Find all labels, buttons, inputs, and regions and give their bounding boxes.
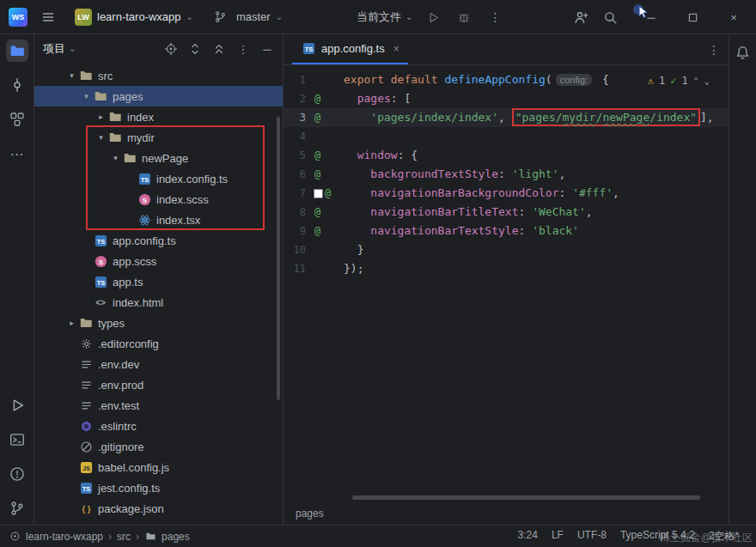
code-with-me-icon[interactable] (570, 7, 591, 27)
tree-item-newPage[interactable]: ▾newPage (34, 148, 283, 168)
expand-all-icon[interactable] (188, 42, 202, 56)
config-annotation-icon[interactable]: @ (314, 207, 320, 217)
status-path-project[interactable]: learn-taro-wxapp (26, 531, 103, 543)
tree-item-mydir[interactable]: ▾mydir (34, 127, 283, 148)
tree-item-.gitignore[interactable]: .gitignore (34, 436, 283, 457)
chevron-down-icon[interactable]: ▾ (94, 133, 107, 142)
config-annotation-icon[interactable]: @ (314, 169, 320, 179)
status-path-src[interactable]: src (117, 531, 131, 543)
tree-item-label: .eslintrc (98, 420, 137, 433)
close-tab-icon[interactable]: × (393, 43, 399, 55)
config-annotation-icon[interactable]: @ (314, 226, 320, 236)
panel-title[interactable]: 项目 (43, 41, 65, 57)
config-annotation-icon[interactable]: @ (314, 112, 320, 123)
collapse-all-icon[interactable] (212, 42, 226, 56)
terminal-tool-icon[interactable] (6, 428, 28, 451)
tree-item-index.scss[interactable]: Sindex.scss (34, 189, 283, 210)
status-segment[interactable]: UTF-8 (577, 529, 607, 544)
code-line-7[interactable]: 7@ navigationBarBackgroundColor: '#fff', (284, 184, 729, 203)
run-tool-icon[interactable] (6, 394, 28, 416)
hide-panel-icon[interactable]: ─ (260, 42, 274, 56)
project-tool-icon[interactable] (6, 40, 28, 62)
tree-item-pages[interactable]: ▾pages (34, 86, 283, 106)
notifications-icon[interactable] (732, 41, 754, 64)
tree-item-index.config.ts[interactable]: TSindex.config.ts (34, 168, 283, 189)
tree-item-.env.test[interactable]: .env.test (34, 395, 283, 416)
eslint-file-icon (78, 419, 94, 433)
tree-item-.env.dev[interactable]: .env.dev (34, 354, 283, 374)
inspection-widget[interactable]: ⚠ 1 ✓ 1 ⌃ ⌄ (644, 74, 713, 88)
folder-icon (78, 69, 94, 82)
tab-options-icon[interactable]: ⋮ (708, 43, 720, 57)
next-problem-icon[interactable]: ⌄ (704, 76, 710, 87)
tree-item-.env.prod[interactable]: .env.prod (34, 374, 283, 395)
tree-item-jest.config.ts[interactable]: TSjest.config.ts (34, 477, 283, 498)
project-scrollbar[interactable] (277, 117, 280, 400)
breadcrumbs[interactable]: pages (284, 502, 729, 525)
config-annotation-icon[interactable]: @ (325, 188, 331, 198)
status-segment[interactable]: 2空格* (709, 529, 739, 544)
tree-item-babel.config.js[interactable]: JSbabel.config.js (34, 457, 283, 477)
close-button[interactable]: × (723, 7, 744, 27)
config-annotation-icon[interactable]: @ (314, 94, 320, 104)
tree-item-.editorconfig[interactable]: .editorconfig (34, 333, 283, 354)
minimize-button[interactable]: ─ (641, 7, 662, 27)
tree-item-index.html[interactable]: <>index.html (34, 292, 283, 313)
version-control-tool-icon[interactable] (6, 497, 28, 520)
editor-hscrollbar[interactable] (352, 495, 715, 500)
code-line-6[interactable]: 6@ backgroundTextStyle: 'light', (284, 165, 729, 184)
debug-icon[interactable] (454, 7, 474, 27)
hscrollbar-thumb[interactable] (352, 495, 700, 500)
status-segment[interactable]: LF (552, 529, 564, 544)
tree-item-app.ts[interactable]: TSapp.ts (34, 271, 283, 292)
chevron-right-icon[interactable]: ▸ (94, 112, 107, 121)
branch-selector[interactable]: master ⌄ (204, 4, 289, 30)
more-actions-icon[interactable]: ⋮ (485, 7, 505, 27)
code-line-4[interactable]: 4 (284, 127, 729, 146)
code-line-8[interactable]: 8@ navigationBarTitleText: 'WeChat', (284, 203, 729, 222)
more-tools-icon[interactable]: ⋯ (6, 143, 28, 165)
code-line-9[interactable]: 9@ navigationBarTextStyle: 'black' (284, 222, 729, 240)
scss-file-icon: S (137, 192, 152, 206)
chevron-right-icon[interactable]: ▸ (65, 319, 78, 327)
tree-item-types[interactable]: ▸types (34, 313, 283, 333)
problems-tool-icon[interactable] (6, 463, 28, 485)
code-line-5[interactable]: 5@ window: { (284, 146, 729, 165)
project-selector[interactable]: LW learn-taro-wxapp ⌄ (69, 6, 199, 28)
main-menu-icon[interactable] (38, 7, 58, 27)
tree-item-index.tsx[interactable]: index.tsx (34, 210, 283, 230)
code-line-3[interactable]: 3@ 'pages/index/index', "pages/mydir/new… (284, 108, 729, 127)
structure-tool-icon[interactable] (6, 108, 28, 131)
status-segment[interactable]: 3:24 (518, 529, 538, 544)
code-line-10[interactable]: 10 } (284, 240, 729, 259)
select-opened-file-icon[interactable] (164, 42, 178, 56)
run-icon[interactable] (423, 7, 443, 27)
tree-item-package.json[interactable]: { }package.json (34, 498, 283, 519)
html-file-icon: <> (93, 295, 108, 309)
chevron-down-icon[interactable]: ▾ (80, 92, 93, 100)
project-panel: 项目 ⌄ ⋮ ─ ▾src▾pages▸index▾mydir▾newPageT… (34, 34, 284, 525)
tree-item-.eslintrc[interactable]: .eslintrc (34, 416, 283, 436)
tree-item-app.config.ts[interactable]: TSapp.config.ts (34, 230, 283, 251)
prev-problem-icon[interactable]: ⌃ (693, 76, 699, 87)
tree-item-index[interactable]: ▸index (34, 106, 283, 127)
chevron-down-icon[interactable]: ▾ (109, 154, 122, 162)
maximize-button[interactable] (682, 7, 703, 27)
status-path-pages[interactable]: pages (162, 531, 190, 543)
color-swatch-icon[interactable] (314, 190, 322, 198)
code-area[interactable]: ⚠ 1 ✓ 1 ⌃ ⌄ 1export default defineAppCon… (284, 65, 729, 502)
config-annotation-icon[interactable]: @ (314, 150, 320, 161)
run-configuration-selector[interactable]: 当前文件 ⌄ (357, 9, 412, 25)
commit-tool-icon[interactable] (6, 74, 28, 96)
search-everywhere-icon[interactable] (600, 7, 620, 27)
status-segment[interactable]: TypeScript 5.4.2 (620, 529, 695, 544)
chevron-down-icon[interactable]: ▾ (65, 71, 78, 80)
svg-text:S: S (98, 258, 102, 265)
code-line-11[interactable]: 11}); (284, 259, 729, 278)
panel-options-icon[interactable]: ⋮ (236, 42, 250, 56)
tree-item-src[interactable]: ▾src (34, 65, 283, 86)
code-line-2[interactable]: 2@ pages: [ (284, 89, 729, 108)
tree-item-app.scss[interactable]: Sapp.scss (34, 251, 283, 271)
breadcrumb-pages[interactable]: pages (296, 507, 324, 520)
tab-app-config-ts[interactable]: TS app.config.ts × (292, 34, 408, 64)
